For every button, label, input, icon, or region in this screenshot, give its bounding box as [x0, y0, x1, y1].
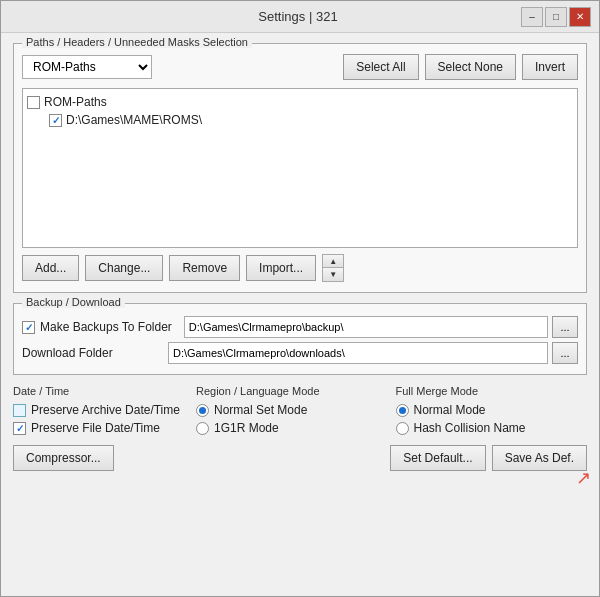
scroll-buttons: ▲ ▼ [322, 254, 344, 282]
tree-root-checkbox[interactable] [27, 96, 40, 109]
download-label: Download Folder [22, 346, 162, 360]
backup-group-label: Backup / Download [22, 296, 125, 308]
set-default-button[interactable]: Set Default... [390, 445, 485, 471]
make-backups-checkbox[interactable] [22, 321, 35, 334]
add-button[interactable]: Add... [22, 255, 79, 281]
preserve-file-label: Preserve File Date/Time [31, 421, 160, 435]
scroll-down-button[interactable]: ▼ [323, 268, 343, 281]
download-row: Download Folder ... [22, 342, 578, 364]
main-content: Paths / Headers / Unneeded Masks Selecti… [1, 33, 599, 596]
tree-area: ROM-Paths D:\Games\MAME\ROMS\ [22, 88, 578, 248]
preserve-archive-label: Preserve Archive Date/Time [31, 403, 180, 417]
tree-root-label: ROM-Paths [44, 95, 107, 109]
bottom-sections: Date / Time Preserve Archive Date/Time P… [13, 385, 587, 435]
tree-root-item[interactable]: ROM-Paths [27, 93, 573, 111]
backup-group: Backup / Download Make Backups To Folder… [13, 303, 587, 375]
backup-browse-button[interactable]: ... [552, 316, 578, 338]
title-bar: Settings | 321 – □ ✕ [1, 1, 599, 33]
preserve-file-checkbox[interactable] [13, 422, 26, 435]
preserve-archive-row: Preserve Archive Date/Time [13, 403, 188, 417]
scroll-up-button[interactable]: ▲ [323, 255, 343, 268]
g1r-label: 1G1R Mode [214, 421, 279, 435]
tree-child-checkbox[interactable] [49, 114, 62, 127]
normal-set-label: Normal Set Mode [214, 403, 307, 417]
close-button[interactable]: ✕ [569, 7, 591, 27]
preserve-archive-checkbox[interactable] [13, 404, 26, 417]
window-controls: – □ ✕ [521, 7, 591, 27]
bottom-buttons: Add... Change... Remove Import... ▲ ▼ [22, 254, 578, 282]
datetime-title: Date / Time [13, 385, 188, 397]
hash-collision-label: Hash Collision Name [414, 421, 526, 435]
save-arrow-icon: ↗ [576, 467, 591, 489]
backup-path-input[interactable] [184, 316, 548, 338]
minimize-button[interactable]: – [521, 7, 543, 27]
save-as-def-button[interactable]: Save As Def. [492, 445, 587, 471]
g1r-row: 1G1R Mode [196, 421, 388, 435]
invert-button[interactable]: Invert [522, 54, 578, 80]
settings-window: Settings | 321 – □ ✕ Paths / Headers / U… [0, 0, 600, 597]
make-backups-label: Make Backups To Folder [40, 320, 172, 334]
hash-collision-row: Hash Collision Name [396, 421, 588, 435]
download-browse-button[interactable]: ... [552, 342, 578, 364]
merge-section: Full Merge Mode Normal Mode Hash Collisi… [396, 385, 588, 435]
normal-mode-row: Normal Mode [396, 403, 588, 417]
region-section: Region / Language Mode Normal Set Mode 1… [196, 385, 388, 435]
change-button[interactable]: Change... [85, 255, 163, 281]
select-all-button[interactable]: Select All [343, 54, 418, 80]
remove-button[interactable]: Remove [169, 255, 240, 281]
paths-dropdown[interactable]: ROM-Paths [22, 55, 152, 79]
download-path-input[interactable] [168, 342, 548, 364]
import-button[interactable]: Import... [246, 255, 316, 281]
select-none-button[interactable]: Select None [425, 54, 516, 80]
normal-set-radio[interactable] [196, 404, 209, 417]
normal-mode-radio[interactable] [396, 404, 409, 417]
merge-title: Full Merge Mode [396, 385, 588, 397]
window-title: Settings | 321 [75, 9, 521, 24]
preserve-file-row: Preserve File Date/Time [13, 421, 188, 435]
paths-group-label: Paths / Headers / Unneeded Masks Selecti… [22, 36, 252, 48]
datetime-section: Date / Time Preserve Archive Date/Time P… [13, 385, 188, 435]
tree-child-label: D:\Games\MAME\ROMS\ [66, 113, 202, 127]
make-backups-check-row: Make Backups To Folder [22, 320, 172, 334]
hash-collision-radio[interactable] [396, 422, 409, 435]
g1r-radio[interactable] [196, 422, 209, 435]
top-controls: ROM-Paths Select All Select None Invert [22, 54, 578, 80]
tree-child-item[interactable]: D:\Games\MAME\ROMS\ [49, 111, 573, 129]
normal-set-row: Normal Set Mode [196, 403, 388, 417]
footer-row: Compressor... Set Default... Save As Def… [13, 445, 587, 471]
restore-button[interactable]: □ [545, 7, 567, 27]
paths-group: Paths / Headers / Unneeded Masks Selecti… [13, 43, 587, 293]
region-title: Region / Language Mode [196, 385, 388, 397]
compressor-button[interactable]: Compressor... [13, 445, 114, 471]
make-backups-row: Make Backups To Folder ... [22, 316, 578, 338]
normal-mode-label: Normal Mode [414, 403, 486, 417]
